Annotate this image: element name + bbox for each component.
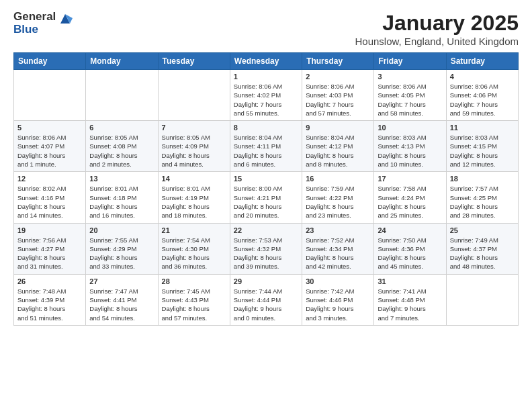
col-monday: Monday xyxy=(86,53,158,70)
calendar-cell: 27Sunrise: 7:47 AM Sunset: 4:41 PM Dayli… xyxy=(86,274,158,325)
calendar-cell: 3Sunrise: 8:06 AM Sunset: 4:05 PM Daylig… xyxy=(374,70,446,121)
day-info: Sunrise: 7:48 AM Sunset: 4:39 PM Dayligh… xyxy=(17,287,82,322)
day-number: 6 xyxy=(89,124,154,132)
day-info: Sunrise: 8:03 AM Sunset: 4:15 PM Dayligh… xyxy=(450,133,515,169)
calendar-cell: 28Sunrise: 7:45 AM Sunset: 4:43 PM Dayli… xyxy=(158,274,230,325)
day-info: Sunrise: 8:04 AM Sunset: 4:12 PM Dayligh… xyxy=(306,133,370,169)
day-number: 8 xyxy=(234,124,298,132)
calendar-table: Sunday Monday Tuesday Wednesday Thursday… xyxy=(13,52,519,326)
day-number: 14 xyxy=(162,175,226,183)
day-number: 26 xyxy=(17,277,82,285)
calendar-header-row: Sunday Monday Tuesday Wednesday Thursday… xyxy=(14,53,519,70)
day-number: 30 xyxy=(306,277,370,285)
day-info: Sunrise: 8:04 AM Sunset: 4:11 PM Dayligh… xyxy=(234,133,298,169)
logo-general: General xyxy=(13,11,56,24)
day-number: 12 xyxy=(17,175,82,183)
calendar-cell: 4Sunrise: 8:06 AM Sunset: 4:06 PM Daylig… xyxy=(446,70,518,121)
day-info: Sunrise: 8:06 AM Sunset: 4:06 PM Dayligh… xyxy=(450,82,515,118)
day-info: Sunrise: 7:52 AM Sunset: 4:34 PM Dayligh… xyxy=(306,236,370,271)
day-number: 2 xyxy=(306,73,370,81)
header: General Blue January 2025 Hounslow, Engl… xyxy=(13,11,519,47)
col-wednesday: Wednesday xyxy=(230,53,302,70)
calendar-cell: 14Sunrise: 8:01 AM Sunset: 4:19 PM Dayli… xyxy=(158,172,230,223)
day-number: 1 xyxy=(234,73,298,81)
calendar-cell xyxy=(86,70,158,121)
calendar-cell xyxy=(14,70,86,121)
day-info: Sunrise: 7:57 AM Sunset: 4:25 PM Dayligh… xyxy=(450,184,515,220)
calendar-cell: 22Sunrise: 7:53 AM Sunset: 4:32 PM Dayli… xyxy=(230,223,302,274)
day-number: 16 xyxy=(306,175,370,183)
col-sunday: Sunday xyxy=(14,53,86,70)
day-number: 23 xyxy=(306,226,370,234)
day-number: 20 xyxy=(89,226,154,234)
day-info: Sunrise: 7:56 AM Sunset: 4:27 PM Dayligh… xyxy=(17,236,82,271)
calendar-cell: 5Sunrise: 8:06 AM Sunset: 4:07 PM Daylig… xyxy=(14,121,86,172)
day-info: Sunrise: 7:54 AM Sunset: 4:30 PM Dayligh… xyxy=(162,236,226,271)
calendar-cell: 16Sunrise: 7:59 AM Sunset: 4:22 PM Dayli… xyxy=(302,172,374,223)
calendar-cell: 24Sunrise: 7:50 AM Sunset: 4:36 PM Dayli… xyxy=(374,223,446,274)
day-number: 29 xyxy=(234,277,298,285)
day-info: Sunrise: 7:44 AM Sunset: 4:44 PM Dayligh… xyxy=(234,287,298,322)
day-info: Sunrise: 7:53 AM Sunset: 4:32 PM Dayligh… xyxy=(234,236,298,271)
day-info: Sunrise: 7:50 AM Sunset: 4:36 PM Dayligh… xyxy=(378,236,442,271)
subtitle: Hounslow, England, United Kingdom xyxy=(355,36,519,47)
calendar-cell: 31Sunrise: 7:41 AM Sunset: 4:48 PM Dayli… xyxy=(374,274,446,325)
calendar-cell: 1Sunrise: 8:06 AM Sunset: 4:02 PM Daylig… xyxy=(230,70,302,121)
day-number: 19 xyxy=(17,226,82,234)
calendar-cell: 21Sunrise: 7:54 AM Sunset: 4:30 PM Dayli… xyxy=(158,223,230,274)
day-info: Sunrise: 8:06 AM Sunset: 4:03 PM Dayligh… xyxy=(306,82,370,118)
day-info: Sunrise: 7:58 AM Sunset: 4:24 PM Dayligh… xyxy=(378,184,442,220)
day-number: 11 xyxy=(450,124,515,132)
day-number: 7 xyxy=(162,124,226,132)
day-number: 27 xyxy=(89,277,154,285)
calendar-cell: 19Sunrise: 7:56 AM Sunset: 4:27 PM Dayli… xyxy=(14,223,86,274)
day-info: Sunrise: 8:01 AM Sunset: 4:19 PM Dayligh… xyxy=(162,184,226,220)
day-number: 25 xyxy=(450,226,515,234)
calendar-week-row: 5Sunrise: 8:06 AM Sunset: 4:07 PM Daylig… xyxy=(14,121,519,172)
calendar-cell: 23Sunrise: 7:52 AM Sunset: 4:34 PM Dayli… xyxy=(302,223,374,274)
col-thursday: Thursday xyxy=(302,53,374,70)
calendar-cell xyxy=(158,70,230,121)
calendar-cell: 13Sunrise: 8:01 AM Sunset: 4:18 PM Dayli… xyxy=(86,172,158,223)
day-info: Sunrise: 7:45 AM Sunset: 4:43 PM Dayligh… xyxy=(162,287,226,322)
col-tuesday: Tuesday xyxy=(158,53,230,70)
day-number: 3 xyxy=(378,73,442,81)
main-title: January 2025 xyxy=(355,11,519,36)
title-block: January 2025 Hounslow, England, United K… xyxy=(355,11,519,47)
calendar-week-row: 1Sunrise: 8:06 AM Sunset: 4:02 PM Daylig… xyxy=(14,70,519,121)
calendar-cell: 20Sunrise: 7:55 AM Sunset: 4:29 PM Dayli… xyxy=(86,223,158,274)
day-number: 28 xyxy=(162,277,226,285)
day-info: Sunrise: 7:42 AM Sunset: 4:46 PM Dayligh… xyxy=(306,287,370,322)
page: General Blue January 2025 Hounslow, Engl… xyxy=(0,0,532,332)
logo-blue: Blue xyxy=(13,24,56,36)
calendar-cell: 12Sunrise: 8:02 AM Sunset: 4:16 PM Dayli… xyxy=(14,172,86,223)
calendar-cell: 29Sunrise: 7:44 AM Sunset: 4:44 PM Dayli… xyxy=(230,274,302,325)
calendar-cell: 17Sunrise: 7:58 AM Sunset: 4:24 PM Dayli… xyxy=(374,172,446,223)
day-number: 15 xyxy=(234,175,298,183)
logo-text: General Blue xyxy=(13,11,56,36)
calendar-cell: 7Sunrise: 8:05 AM Sunset: 4:09 PM Daylig… xyxy=(158,121,230,172)
calendar-cell: 25Sunrise: 7:49 AM Sunset: 4:37 PM Dayli… xyxy=(446,223,518,274)
calendar-cell: 8Sunrise: 8:04 AM Sunset: 4:11 PM Daylig… xyxy=(230,121,302,172)
day-number: 10 xyxy=(378,124,442,132)
day-number: 31 xyxy=(378,277,442,285)
day-info: Sunrise: 7:47 AM Sunset: 4:41 PM Dayligh… xyxy=(89,287,154,322)
day-info: Sunrise: 8:03 AM Sunset: 4:13 PM Dayligh… xyxy=(378,133,442,169)
day-number: 22 xyxy=(234,226,298,234)
logo-icon xyxy=(58,11,73,26)
day-info: Sunrise: 8:02 AM Sunset: 4:16 PM Dayligh… xyxy=(17,184,82,220)
day-info: Sunrise: 7:59 AM Sunset: 4:22 PM Dayligh… xyxy=(306,184,370,220)
day-info: Sunrise: 8:05 AM Sunset: 4:08 PM Dayligh… xyxy=(89,133,154,169)
col-saturday: Saturday xyxy=(446,53,518,70)
calendar-cell: 30Sunrise: 7:42 AM Sunset: 4:46 PM Dayli… xyxy=(302,274,374,325)
calendar-cell: 18Sunrise: 7:57 AM Sunset: 4:25 PM Dayli… xyxy=(446,172,518,223)
calendar-cell: 2Sunrise: 8:06 AM Sunset: 4:03 PM Daylig… xyxy=(302,70,374,121)
day-number: 13 xyxy=(89,175,154,183)
day-info: Sunrise: 8:05 AM Sunset: 4:09 PM Dayligh… xyxy=(162,133,226,169)
day-info: Sunrise: 8:06 AM Sunset: 4:02 PM Dayligh… xyxy=(234,82,298,118)
calendar-cell: 10Sunrise: 8:03 AM Sunset: 4:13 PM Dayli… xyxy=(374,121,446,172)
calendar-week-row: 26Sunrise: 7:48 AM Sunset: 4:39 PM Dayli… xyxy=(14,274,519,325)
calendar-week-row: 12Sunrise: 8:02 AM Sunset: 4:16 PM Dayli… xyxy=(14,172,519,223)
day-info: Sunrise: 7:41 AM Sunset: 4:48 PM Dayligh… xyxy=(378,287,442,322)
day-info: Sunrise: 8:06 AM Sunset: 4:05 PM Dayligh… xyxy=(378,82,442,118)
